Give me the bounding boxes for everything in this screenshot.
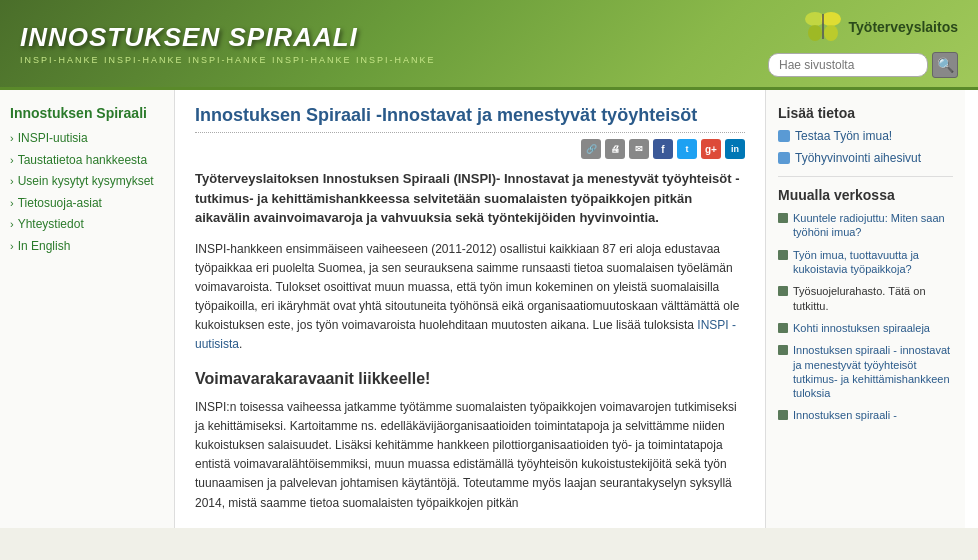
sidebar-link-yhteystiedot[interactable]: Yhteystiedot: [18, 217, 84, 233]
rs-item-tyosuojelu[interactable]: Työsuojelurahasto. Tätä on tutkittu.: [778, 284, 953, 313]
rs-link-kohti[interactable]: Kohti innostuksen spiraaleja: [793, 321, 930, 335]
site-header: INNOSTUKSEN SPIRAALI INSPI-HANKE INSPI-H…: [0, 0, 978, 90]
rs-item-kohti[interactable]: Kohti innostuksen spiraaleja: [778, 321, 953, 335]
intro-paragraph: Työterveyslaitoksen Innostuksen Spiraali…: [195, 169, 745, 228]
main-content: Innostuksen Spiraali -Innostavat ja mene…: [175, 90, 765, 528]
linkedin-icon[interactable]: in: [725, 139, 745, 159]
rs-divider: [778, 176, 953, 177]
chevron-right-icon: ›: [10, 175, 14, 187]
main-layout: Innostuksen Spiraali › INSPI-uutisia › T…: [0, 90, 978, 528]
search-button[interactable]: 🔍: [932, 52, 958, 78]
print-icon[interactable]: 🖨: [605, 139, 625, 159]
title-divider: [195, 132, 745, 133]
sidebar-link-usein[interactable]: Usein kysytyt kysymykset: [18, 174, 154, 190]
body-paragraph-2: INSPI:n toisessa vaiheessa jatkamme työt…: [195, 398, 745, 513]
twitter-icon[interactable]: t: [677, 139, 697, 159]
ttl-logo: Työterveyslaitos: [803, 9, 958, 44]
rs-link-innostuksen-spiraali[interactable]: Innostuksen spiraali - innostavat ja men…: [793, 343, 953, 400]
site-logo-sub: INSPI-HANKE INSPI-HANKE INSPI-HANKE INSP…: [20, 55, 436, 65]
rs-bullet-small-icon: [778, 286, 788, 296]
inspi-link[interactable]: INSPI -uutisista: [195, 318, 736, 351]
svg-point-1: [821, 12, 841, 26]
rs-link-tyohyvinvointi[interactable]: Työhyvinvointi aihesivut: [795, 151, 921, 167]
search-area: 🔍: [768, 52, 958, 78]
rs-section1-title: Lisää tietoa: [778, 105, 953, 121]
svg-point-2: [808, 25, 822, 41]
sidebar-item-english[interactable]: › In English: [10, 239, 164, 255]
facebook-icon[interactable]: f: [653, 139, 673, 159]
rs-item-tyon-imua[interactable]: Työn imua, tuottavuutta ja kukoistavia t…: [778, 248, 953, 277]
header-right: Työterveyslaitos 🔍: [768, 9, 958, 78]
ttl-icon: [803, 9, 843, 44]
googleplus-icon[interactable]: g+: [701, 139, 721, 159]
chevron-right-icon: ›: [10, 218, 14, 230]
left-sidebar: Innostuksen Spiraali › INSPI-uutisia › T…: [0, 90, 175, 528]
ttl-name: Työterveyslaitos: [849, 19, 958, 35]
logo-area: INNOSTUKSEN SPIRAALI INSPI-HANKE INSPI-H…: [20, 22, 436, 65]
share-icons-bar: 🔗 🖨 ✉ f t g+ in: [195, 139, 745, 159]
rs-bullet-small-icon: [778, 250, 788, 260]
rs-bullet-small-icon: [778, 323, 788, 333]
rs-bullet-icon: [778, 152, 790, 164]
sidebar-link-tietosuoja[interactable]: Tietosuoja-asiat: [18, 196, 102, 212]
rs-link-kuuntele[interactable]: Kuuntele radiojuttu: Miten saan työhöni …: [793, 211, 953, 240]
rs-section2-title: Muualla verkossa: [778, 187, 953, 203]
rs-item-testaa[interactable]: Testaa Työn imua!: [778, 129, 953, 145]
rs-link-tyon-imua[interactable]: Työn imua, tuottavuutta ja kukoistavia t…: [793, 248, 953, 277]
right-sidebar: Lisää tietoa Testaa Työn imua! Työhyvinv…: [765, 90, 965, 528]
sidebar-link-inspi-uutisia[interactable]: INSPI-uutisia: [18, 131, 88, 147]
rs-text-tyosuojelu: Työsuojelurahasto. Tätä on tutkittu.: [793, 284, 953, 313]
sidebar-link-taustatietoa[interactable]: Taustatietoa hankkeesta: [18, 153, 147, 169]
sidebar-link-english[interactable]: In English: [18, 239, 71, 255]
email-icon[interactable]: ✉: [629, 139, 649, 159]
rs-item-tyohyvinvointi[interactable]: Työhyvinvointi aihesivut: [778, 151, 953, 167]
link-icon[interactable]: 🔗: [581, 139, 601, 159]
rs-link-innostuksen-spiraali2[interactable]: Innostuksen spiraali -: [793, 408, 897, 422]
rs-item-innostuksen-spiraali[interactable]: Innostuksen spiraali - innostavat ja men…: [778, 343, 953, 400]
sidebar-item-usein[interactable]: › Usein kysytyt kysymykset: [10, 174, 164, 190]
rs-bullet-small-icon: [778, 345, 788, 355]
sidebar-item-taustatietoa[interactable]: › Taustatietoa hankkeesta: [10, 153, 164, 169]
sidebar-item-yhteystiedot[interactable]: › Yhteystiedot: [10, 217, 164, 233]
page-title: Innostuksen Spiraali -Innostavat ja mene…: [195, 105, 745, 126]
intro-bold: Työterveyslaitoksen Innostuksen Spiraali…: [195, 171, 739, 225]
chevron-right-icon: ›: [10, 154, 14, 166]
search-input[interactable]: [768, 53, 928, 77]
site-logo-text[interactable]: INNOSTUKSEN SPIRAALI: [20, 22, 436, 53]
chevron-right-icon: ›: [10, 132, 14, 144]
section-title: Voimavarakaravaanit liikkeelle!: [195, 370, 745, 388]
chevron-right-icon: ›: [10, 197, 14, 209]
rs-bullet-small-icon: [778, 213, 788, 223]
rs-bullet-icon: [778, 130, 790, 142]
chevron-right-icon: ›: [10, 240, 14, 252]
sidebar-item-tietosuoja[interactable]: › Tietosuoja-asiat: [10, 196, 164, 212]
search-icon: 🔍: [937, 57, 954, 73]
rs-link-testaa[interactable]: Testaa Työn imua!: [795, 129, 892, 145]
rs-item-kuuntele[interactable]: Kuuntele radiojuttu: Miten saan työhöni …: [778, 211, 953, 240]
body-paragraph-1: INSPI-hankkeen ensimmäiseen vaiheeseen (…: [195, 240, 745, 355]
sidebar-item-inspi-uutisia[interactable]: › INSPI-uutisia: [10, 131, 164, 147]
sidebar-title: Innostuksen Spiraali: [10, 105, 164, 121]
rs-bullet-small-icon: [778, 410, 788, 420]
rs-item-innostuksen-spiraali2[interactable]: Innostuksen spiraali -: [778, 408, 953, 422]
svg-point-3: [824, 25, 838, 41]
